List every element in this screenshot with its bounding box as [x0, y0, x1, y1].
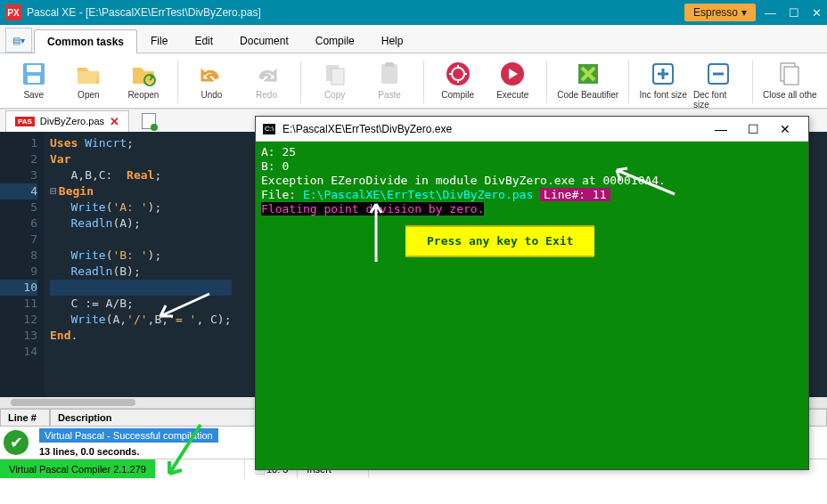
- paste-icon: [374, 59, 405, 89]
- minimize-button[interactable]: —: [765, 6, 776, 20]
- svg-rect-5: [332, 69, 344, 85]
- new-file-button[interactable]: [142, 113, 156, 129]
- reopen-icon: [128, 59, 159, 89]
- compile-label: Compile: [441, 90, 474, 100]
- redo-icon: [251, 59, 282, 89]
- arrow-icon: [160, 420, 214, 483]
- redo-button[interactable]: Redo: [242, 57, 291, 100]
- menu-tab-edit[interactable]: Edit: [181, 28, 226, 53]
- console-window: C:\ E:\PascalXE\ErrTest\DivByZero.exe — …: [255, 116, 809, 470]
- console-titlebar[interactable]: C:\ E:\PascalXE\ErrTest\DivByZero.exe — …: [256, 117, 808, 142]
- view-layout-button[interactable]: ▤▾: [5, 28, 32, 53]
- app-icon: PX: [5, 4, 21, 20]
- inc-font-button[interactable]: Inc font size: [638, 57, 688, 100]
- execute-button[interactable]: Execute: [487, 57, 537, 100]
- open-label: Open: [78, 90, 99, 100]
- svg-rect-7: [385, 62, 394, 67]
- plus-icon: [648, 59, 678, 89]
- arrow-icon: [608, 163, 679, 199]
- file-tab-label: DivByZero.pas: [40, 116, 104, 126]
- console-error-msg: Floating point division by zero.: [261, 202, 803, 216]
- menu-tab-document[interactable]: Document: [226, 28, 302, 53]
- beautifier-icon: [573, 59, 603, 89]
- espresso-label: Espresso: [693, 6, 738, 19]
- console-title: E:\PascalXE\ErrTest\DivByZero.exe: [282, 123, 452, 135]
- undo-icon: [196, 59, 226, 89]
- minus-icon: [703, 59, 733, 89]
- svg-rect-1: [27, 65, 41, 72]
- menu-tab-help[interactable]: Help: [368, 28, 417, 53]
- arrow-icon: [363, 195, 389, 266]
- console-icon: C:\: [263, 124, 275, 134]
- console-exception: Exception EZeroDivide in module DivByZer…: [261, 174, 803, 188]
- copy-icon: [320, 59, 350, 89]
- svg-rect-15: [784, 67, 798, 85]
- menu-tab-common[interactable]: Common tasks: [34, 29, 137, 53]
- arrow-icon: [151, 289, 214, 325]
- espresso-button[interactable]: Espresso ▾: [684, 4, 756, 21]
- undo-button[interactable]: Undo: [187, 57, 237, 100]
- maximize-button[interactable]: ☐: [789, 6, 799, 20]
- console-file-line: File: E:\PascalXE\ErrTest\DivByZero.pas …: [261, 188, 803, 202]
- undo-label: Undo: [201, 90, 223, 100]
- open-folder-icon: [73, 59, 103, 89]
- file-tab[interactable]: PAS DivByZero.pas ✕: [5, 110, 129, 132]
- svg-rect-2: [28, 76, 40, 83]
- window-title: Pascal XE - [E:\PascalXE\ErrTest\DivByZe…: [27, 6, 261, 19]
- close-all-icon: [774, 59, 805, 89]
- console-close[interactable]: ✕: [769, 122, 801, 136]
- line-gutter: 1234567891011121314: [0, 132, 45, 408]
- menu-tab-file[interactable]: File: [137, 28, 181, 53]
- menu-tab-compile[interactable]: Compile: [302, 28, 368, 53]
- console-line: A: 25: [261, 145, 803, 159]
- chevron-down-icon: ▾: [741, 6, 747, 19]
- copy-button[interactable]: Copy: [310, 57, 360, 100]
- toolbar: Save Open Reopen Undo Redo Copy Paste Co…: [0, 53, 827, 109]
- redo-label: Redo: [256, 90, 277, 100]
- console-line: B: 0: [261, 159, 803, 174]
- pas-badge-icon: PAS: [15, 117, 35, 126]
- menubar: ▤▾ Common tasks File Edit Document Compi…: [0, 25, 827, 53]
- execute-icon: [497, 59, 528, 89]
- close-all-button[interactable]: Close all othe: [762, 57, 819, 100]
- console-output[interactable]: A: 25 B: 0 Exception EZeroDivide in modu…: [256, 142, 808, 469]
- beautifier-button[interactable]: Code Beautifier: [556, 57, 619, 100]
- console-maximize[interactable]: ☐: [737, 122, 769, 136]
- compile-button[interactable]: Compile: [433, 57, 483, 100]
- reopen-button[interactable]: Reopen: [119, 57, 168, 100]
- reopen-label: Reopen: [127, 90, 159, 100]
- save-button[interactable]: Save: [9, 57, 59, 100]
- window-titlebar: PX Pascal XE - [E:\PascalXE\ErrTest\DivB…: [0, 0, 827, 25]
- close-button[interactable]: ✕: [812, 6, 822, 20]
- col-line[interactable]: Line #: [0, 409, 50, 427]
- beautifier-label: Code Beautifier: [557, 90, 618, 100]
- inc-font-label: Inc font size: [640, 90, 687, 100]
- paste-button[interactable]: Paste: [364, 57, 414, 100]
- execute-label: Execute: [496, 90, 528, 100]
- status-compiler[interactable]: Virtual Pascal Compiler 2.1.279: [0, 459, 156, 478]
- save-label: Save: [23, 90, 44, 100]
- close-tab-button[interactable]: ✕: [110, 115, 119, 128]
- save-icon: [19, 59, 49, 89]
- copy-label: Copy: [324, 90, 345, 100]
- dec-font-label: Dec font size: [693, 90, 743, 110]
- compile-icon: [443, 59, 473, 89]
- success-icon: ✔: [4, 430, 29, 455]
- code-content[interactable]: Uses Wincrt; Var A,B,C: Real; ⊟Begin Wri…: [45, 132, 237, 408]
- dec-font-button[interactable]: Dec font size: [693, 57, 743, 110]
- open-button[interactable]: Open: [64, 57, 114, 100]
- paste-label: Paste: [378, 90, 401, 100]
- close-all-label: Close all othe: [763, 90, 817, 100]
- svg-rect-6: [381, 64, 397, 84]
- exit-message: Press any key to Exit: [405, 225, 594, 257]
- console-minimize[interactable]: —: [705, 122, 737, 136]
